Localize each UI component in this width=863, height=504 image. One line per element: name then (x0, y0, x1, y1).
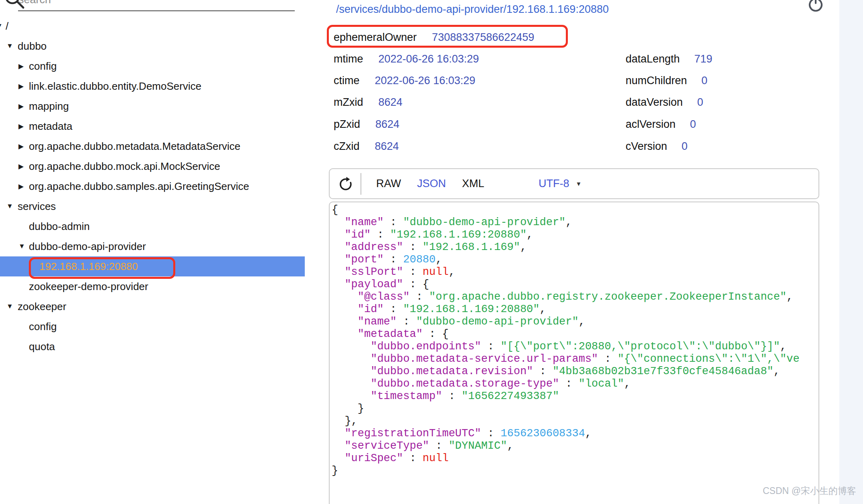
stat-value: 73088337586622459 (432, 31, 534, 44)
stat-label: mZxid (334, 96, 363, 109)
tree-item-metadata[interactable]: ▶metadata (0, 116, 305, 136)
tree-item-org-apache-dubbo-metadata-metadataservice[interactable]: ▶org.apache.dubbo.metadata.MetadataServi… (0, 136, 305, 156)
tree-item-label: link.elastic.dubbo.entity.DemoService (29, 80, 201, 93)
stat-row-pzxid: pZxid8624 (334, 116, 399, 132)
expand-arrow-icon[interactable]: ▶ (18, 62, 24, 71)
expand-arrow-icon[interactable]: ▶ (18, 82, 24, 91)
stat-value: 8624 (375, 140, 399, 153)
json-line: "sslPort" : null, (332, 266, 818, 278)
header-divider (361, 173, 361, 195)
json-line: "port" : 20880, (332, 254, 818, 266)
stat-row-mzxid: mZxid8624 (334, 94, 403, 110)
tree-item-label: services (18, 200, 56, 213)
encoding-label: UTF-8 (539, 177, 569, 190)
json-line: "address" : "192.168.1.169", (332, 241, 818, 254)
encoding-dropdown[interactable]: UTF-8 ▼ (539, 168, 581, 199)
json-line: "id" : "192.168.1.169:20880", (332, 303, 818, 316)
tree-item-label: metadata (29, 120, 72, 133)
expand-arrow-icon[interactable]: ▶ (18, 162, 24, 171)
stat-row-ephemeralowner: ephemeralOwner73088337586622459 (334, 29, 534, 45)
tree-item-label: dubbo-admin (29, 220, 90, 233)
stat-label: numChildren (626, 75, 687, 87)
stat-value: 0 (697, 96, 703, 109)
json-line: "timestamp" : "1656227493387" (332, 390, 818, 403)
node-path: /services/dubbo-demo-api-provider/192.16… (330, 3, 615, 16)
json-line: "dubbo.metadata.revision" : "4bb3a68b02b… (332, 365, 818, 378)
stat-label: ephemeralOwner (334, 31, 417, 44)
expand-arrow-icon[interactable]: ▶ (18, 182, 24, 191)
collapse-arrow-icon[interactable]: ▼ (18, 242, 25, 250)
sidebar: search ▼/▼dubbo▶config▶link.elastic.dubb… (0, 0, 305, 504)
tree-item-label: quota (29, 341, 55, 353)
json-line: { (332, 204, 818, 216)
stat-label: dataVersion (626, 96, 683, 109)
stat-label: dataLength (626, 53, 680, 65)
tree-item-zookeeper-demo-provider[interactable]: zookeeper-demo-provider (0, 276, 305, 296)
tree-item-label: zookeeper-demo-provider (29, 280, 148, 293)
expand-arrow-icon[interactable]: ▶ (18, 102, 24, 111)
tree-item-link-elastic-dubbo-entity-demoservice[interactable]: ▶link.elastic.dubbo.entity.DemoService (0, 76, 305, 96)
collapse-arrow-icon[interactable]: ▼ (6, 302, 13, 310)
tab-xml[interactable]: XML (462, 177, 484, 190)
tree-item-label: / (6, 20, 8, 32)
collapse-arrow-icon[interactable]: ▼ (0, 22, 3, 30)
json-line: }, (332, 415, 818, 427)
json-line: "name" : "dubbo-demo-api-provider", (332, 216, 818, 229)
refresh-icon[interactable] (338, 176, 354, 192)
tab-json[interactable]: JSON (417, 177, 446, 190)
format-tabs: RAWJSONXML (376, 168, 484, 199)
power-icon[interactable] (806, 0, 825, 13)
stat-row-dataversion: dataVersion0 (626, 94, 703, 110)
stat-label: pZxid (334, 118, 360, 131)
stat-value: 719 (694, 53, 712, 65)
collapse-arrow-icon[interactable]: ▼ (6, 202, 13, 210)
stat-value: 8624 (375, 118, 399, 131)
tree-item-dubbo[interactable]: ▼dubbo (0, 36, 305, 56)
stat-value: 0 (690, 118, 696, 131)
stat-row-cversion: cVersion0 (626, 138, 688, 154)
json-line: } (332, 403, 818, 415)
json-line: } (332, 465, 818, 477)
expand-arrow-icon[interactable]: ▶ (18, 122, 24, 131)
tree-item-dubbo-admin[interactable]: dubbo-admin (0, 216, 305, 236)
tree-item-config[interactable]: config (0, 317, 305, 337)
stat-row-mtime: mtime2022-06-26 16:03:29 (334, 51, 479, 67)
stat-label: cZxid (334, 140, 360, 153)
chevron-down-icon: ▼ (576, 180, 582, 187)
tree-item-label: zookeeper (18, 300, 66, 313)
tree-item-label: mapping (29, 100, 69, 113)
stat-row-datalength: dataLength719 (626, 51, 712, 67)
tree-item-zookeeper[interactable]: ▼zookeeper (0, 296, 305, 317)
stat-row-ctime: ctime2022-06-26 16:03:29 (334, 73, 475, 89)
tree-item-org-apache-dubbo-mock-api-mockservice[interactable]: ▶org.apache.dubbo.mock.api.MockService (0, 156, 305, 176)
tree-item-mapping[interactable]: ▶mapping (0, 96, 305, 116)
stat-value: 8624 (379, 96, 403, 109)
tree-item-label: dubbo (18, 40, 47, 52)
tree-item-dubbo-demo-api-provider[interactable]: ▼dubbo-demo-api-provider (0, 236, 305, 256)
json-line: "id" : "192.168.1.169:20880", (332, 229, 818, 241)
json-line: "uriSpec" : null (332, 452, 818, 465)
tree-item-[interactable]: ▼/ (0, 16, 305, 36)
tree: ▼/▼dubbo▶config▶link.elastic.dubbo.entit… (0, 0, 305, 381)
json-line: "metadata" : { (332, 328, 818, 341)
stat-value: 2022-06-26 16:03:29 (375, 75, 476, 87)
tree-item-label: config (29, 321, 57, 333)
stat-row-czxid: cZxid8624 (334, 138, 399, 154)
tab-raw[interactable]: RAW (376, 177, 401, 190)
json-line: "serviceType" : "DYNAMIC", (332, 440, 818, 452)
collapse-arrow-icon[interactable]: ▼ (6, 42, 13, 50)
watermark: CSDN @宋小生的博客 (763, 485, 856, 497)
tree-item-label: dubbo-demo-api-provider (29, 240, 146, 253)
stat-value: 0 (682, 140, 688, 153)
json-line: "dubbo.endpoints" : "[{\"port\":20880,\"… (332, 341, 818, 353)
tree-item-label: org.apache.dubbo.mock.api.MockService (29, 160, 220, 173)
tree-item-label: org.apache.dubbo.metadata.MetadataServic… (29, 140, 241, 153)
stat-row-aclversion: aclVersion0 (626, 116, 696, 132)
tree-item-config[interactable]: ▶config (0, 56, 305, 76)
stat-label: cVersion (626, 140, 667, 153)
tree-item-services[interactable]: ▼services (0, 196, 305, 216)
tree-item-quota[interactable]: quota (0, 337, 305, 357)
expand-arrow-icon[interactable]: ▶ (18, 142, 24, 151)
json-line: "@class" : "org.apache.dubbo.registry.zo… (332, 291, 818, 303)
tree-item-org-apache-dubbo-samples-api-greetingservice[interactable]: ▶org.apache.dubbo.samples.api.GreetingSe… (0, 176, 305, 196)
